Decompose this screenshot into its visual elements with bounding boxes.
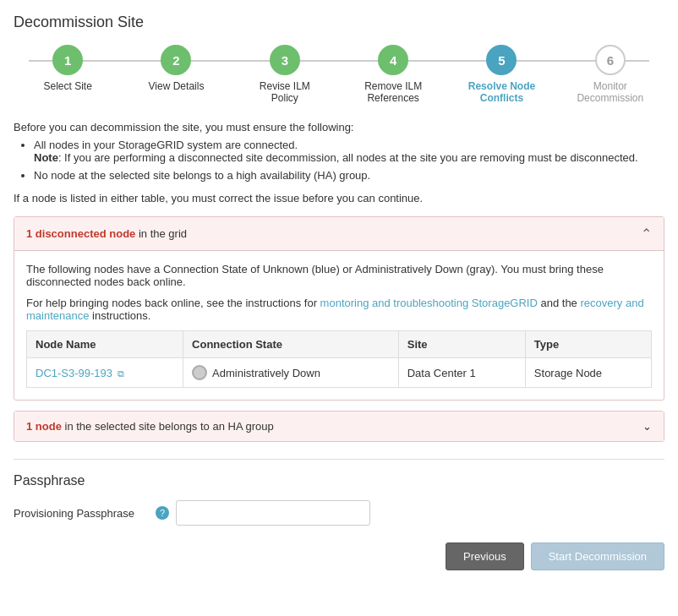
disconnected-nodes-panel-body: The following nodes have a Connection St… [14,250,664,400]
step-5-label: Resolve Node Conflicts [467,80,535,104]
step-5-circle: 5 [486,45,517,75]
cell-node-name: DC1-S3-99-193 ⧉ [27,358,183,388]
ha-group-panel: 1 node in the selected site belongs to a… [14,411,664,442]
step-3-circle: 3 [270,45,300,75]
ha-suffix: in the selected site belongs to an HA gr… [65,420,274,433]
col-connection-state: Connection State [183,331,399,358]
disconnected-nodes-panel-title: 1 disconnected node in the grid [26,227,187,240]
ha-group-panel-title: 1 node in the selected site belongs to a… [26,420,274,433]
step-6-circle: 6 [595,45,626,75]
cell-type: Storage Node [525,358,651,388]
page-title: Decommission Site [14,14,664,31]
col-site: Site [398,331,525,358]
chevron-up-icon: ⌃ [641,226,652,242]
table-row: DC1-S3-99-193 ⧉ Administratively Down Da… [27,358,652,388]
warning-message: If a node is listed in either table, you… [14,192,664,204]
footer-buttons: Previous Start Decommission [14,542,664,570]
disconnected-count: 1 disconnected node [26,227,135,240]
col-node-name: Node Name [27,331,183,358]
disconnected-nodes-table: Node Name Connection State Site Type DC1… [26,330,652,388]
passphrase-row: Provisioning Passphrase ? [14,500,664,526]
connection-state-text: Administratively Down [212,367,320,379]
intro-preamble: Before you can decommission the site, yo… [14,121,664,134]
step-3-label: Revise ILM Policy [251,80,319,104]
col-type: Type [525,331,651,358]
step-1-label: Select Site [43,80,91,92]
panel-body-line2: For help bringing nodes back online, see… [26,297,652,322]
step-6: 6 Monitor Decommission [556,45,664,104]
step-3: 3 Revise ILM Policy [231,45,339,104]
stepper: 1 Select Site 2 View Details 3 Revise IL… [14,45,664,104]
chevron-down-icon: ⌄ [642,420,652,433]
step-4: 4 Remove ILM References [339,45,447,104]
step-2-label: View Details [149,80,205,92]
previous-button[interactable]: Previous [446,542,524,570]
ha-node-count: 1 node [26,420,62,433]
ha-group-panel-header[interactable]: 1 node in the selected site belongs to a… [14,412,664,441]
node-link[interactable]: DC1-S3-99-193 [36,367,112,379]
cell-connection-state: Administratively Down [183,358,399,388]
disconnected-suffix: in the grid [139,227,187,240]
step-4-label: Remove ILM References [359,80,427,104]
step-4-circle: 4 [378,45,408,75]
disconnected-nodes-panel: 1 disconnected node in the grid ⌃ The fo… [14,216,664,401]
intro-bullets: All nodes in your StorageGRID system are… [34,139,664,182]
passphrase-section: Passphrase Provisioning Passphrase ? [14,459,664,526]
external-link-icon: ⧉ [118,368,124,379]
passphrase-title: Passphrase [14,473,664,488]
step-2: 2 View Details [122,45,230,92]
note-bold: Note [34,151,58,164]
panel-body-line1: The following nodes have a Connection St… [26,263,652,288]
step-1: 1 Select Site [14,45,122,92]
start-decommission-button[interactable]: Start Decommission [531,542,664,570]
intro-bullet-2: No node at the selected site belongs to … [34,169,664,182]
monitoring-link[interactable]: montoring and troubleshooting StorageGRI… [320,297,538,309]
help-icon[interactable]: ? [156,506,169,520]
intro-bullet-1: All nodes in your StorageGRID system are… [34,139,664,164]
step-1-circle: 1 [52,45,83,75]
intro-section: Before you can decommission the site, yo… [14,121,664,182]
passphrase-label: Provisioning Passphrase [14,507,149,520]
connection-state-icon [192,365,207,380]
step-6-label: Monitor Decommission [577,80,644,104]
step-2-circle: 2 [161,45,191,75]
step-5: 5 Resolve Node Conflicts [447,45,555,104]
passphrase-input[interactable] [176,500,370,526]
cell-site: Data Center 1 [398,358,525,388]
disconnected-nodes-panel-header[interactable]: 1 disconnected node in the grid ⌃ [14,217,664,250]
